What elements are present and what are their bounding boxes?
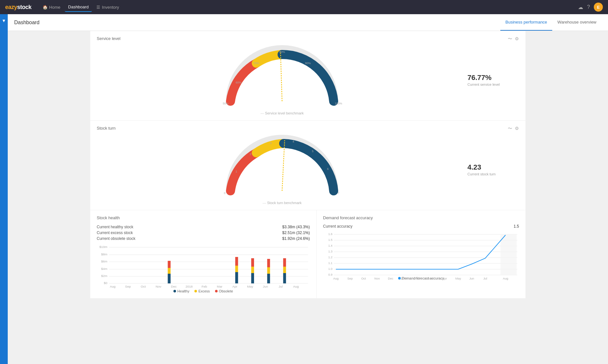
demand-forecast-section: Demand forecast accuracy Current accurac…	[317, 210, 525, 298]
svg-text:May: May	[455, 277, 461, 280]
svg-text:1.6: 1.6	[328, 232, 332, 236]
svg-text:$2m: $2m	[101, 274, 107, 277]
demand-forecast-title: Demand forecast accuracy	[323, 215, 519, 220]
stock-turn-gauge-svg: 0 1 2 3 4 5 6 7	[214, 134, 350, 199]
svg-text:60%: 60%	[236, 81, 241, 84]
stock-turn-label: Current stock turn	[467, 172, 513, 176]
bar-chart-svg: $10m $8m $6m $4m $2m $0	[97, 245, 310, 290]
svg-text:2018: 2018	[185, 285, 192, 288]
demand-forecast-line-chart: 1.6 1.5 1.4 1.3 1.2 1.1 1.0 0.9	[323, 232, 519, 274]
settings-icon[interactable]: ⚙	[515, 36, 519, 42]
service-level-value-box: 76.77% Current service level	[461, 74, 513, 86]
service-level-value: 76.77%	[467, 74, 513, 82]
nav-home[interactable]: 🏠 Home	[39, 3, 64, 12]
stock-stat-healthy: Current healthy stock $3.38m (43.3%)	[97, 224, 310, 230]
page-title: Dashboard	[8, 20, 59, 25]
svg-text:Dec: Dec	[171, 285, 177, 288]
svg-text:$10m: $10m	[99, 245, 107, 248]
svg-text:Nov: Nov	[374, 277, 380, 280]
stock-turn-gauge-wrapper: 0 1 2 3 4 5 6 7 Stock turn benchmark	[103, 134, 461, 205]
svg-rect-32	[235, 266, 238, 272]
svg-text:4: 4	[292, 140, 294, 143]
svg-text:May: May	[247, 285, 253, 288]
svg-text:1.2: 1.2	[328, 256, 332, 259]
nav-links: 🏠 Home Dashboard ☰ Inventory	[39, 3, 571, 12]
svg-text:$8m: $8m	[101, 252, 107, 256]
stock-turn-gauge-container: 0 1 2 3 4 5 6 7 Stock turn benchmark 4.2…	[97, 134, 519, 205]
svg-rect-30	[168, 261, 171, 268]
app-logo: eazystock	[5, 4, 32, 11]
filter-icon[interactable]: ▼	[2, 18, 6, 23]
svg-text:Apr: Apr	[442, 277, 447, 280]
trend-icon-2[interactable]: 〜	[508, 126, 512, 132]
svg-rect-33	[235, 257, 238, 266]
filter-sidebar: ▼	[0, 14, 8, 364]
trend-icon[interactable]: 〜	[508, 36, 512, 42]
line-chart-svg: 1.6 1.5 1.4 1.3 1.2 1.1 1.0 0.9	[323, 232, 519, 283]
header-bar: Dashboard Business performance Warehouse…	[8, 14, 608, 31]
svg-text:Oct: Oct	[361, 277, 366, 280]
stock-stat-excess: Current excess stock $2.51m (32.1%)	[97, 230, 310, 236]
svg-rect-34	[251, 273, 254, 283]
help-icon[interactable]: ?	[587, 4, 590, 10]
user-avatar[interactable]: E	[594, 3, 603, 12]
main-content: Service level 〜 ⚙	[8, 31, 608, 364]
bottom-row: Stock health Current healthy stock $3.38…	[90, 210, 525, 298]
tab-business-performance[interactable]: Business performance	[500, 14, 552, 31]
tab-warehouse-overview[interactable]: Warehouse overview	[552, 14, 602, 31]
svg-text:Jul: Jul	[483, 277, 487, 280]
svg-text:Aug: Aug	[110, 285, 116, 288]
svg-text:$0: $0	[104, 281, 107, 284]
cloud-icon[interactable]: ☁	[578, 4, 583, 10]
svg-text:Feb: Feb	[201, 285, 207, 288]
svg-text:1.5: 1.5	[328, 238, 332, 241]
service-level-title: Service level	[97, 36, 519, 41]
svg-text:1: 1	[235, 170, 237, 173]
service-level-benchmark: Service level benchmark	[260, 111, 304, 115]
svg-text:Mar: Mar	[217, 285, 222, 288]
svg-rect-31	[235, 272, 238, 283]
svg-text:Sep: Sep	[125, 285, 131, 288]
nav-inventory[interactable]: ☰ Inventory	[93, 3, 122, 12]
svg-text:100%: 100%	[335, 102, 342, 105]
svg-text:Jun: Jun	[263, 285, 268, 288]
svg-rect-42	[283, 258, 286, 267]
svg-text:0: 0	[224, 192, 225, 195]
service-level-gauge-container: 50% 60% 70% 80% 90% 100% Service level b…	[97, 45, 519, 115]
nav-dashboard[interactable]: Dashboard	[65, 3, 92, 12]
svg-text:80%: 80%	[279, 50, 285, 54]
svg-text:Mar: Mar	[428, 277, 434, 280]
svg-rect-36	[251, 258, 254, 267]
service-level-gauge-svg: 50% 60% 70% 80% 90% 100%	[214, 45, 350, 109]
svg-text:Feb: Feb	[415, 277, 420, 280]
svg-text:7: 7	[338, 192, 339, 195]
svg-text:$4m: $4m	[101, 267, 107, 270]
service-level-icons: 〜 ⚙	[508, 36, 519, 42]
svg-text:Oct: Oct	[141, 285, 146, 288]
svg-text:2018: 2018	[401, 277, 407, 280]
svg-rect-72	[500, 234, 516, 275]
svg-text:70%: 70%	[253, 62, 259, 65]
svg-rect-37	[267, 274, 270, 283]
topnav-right: ☁ ? E	[578, 3, 603, 12]
service-level-gauge-wrapper: 50% 60% 70% 80% 90% 100% Service level b…	[103, 45, 461, 115]
settings-icon-2[interactable]: ⚙	[515, 126, 519, 132]
svg-text:Dec: Dec	[388, 277, 393, 280]
svg-rect-29	[168, 268, 171, 274]
svg-text:Nov: Nov	[156, 285, 162, 288]
svg-rect-39	[267, 259, 270, 267]
svg-text:6: 6	[327, 167, 329, 171]
svg-text:1.1: 1.1	[328, 261, 332, 265]
svg-rect-40	[283, 273, 286, 283]
stock-turn-value-box: 4.23 Current stock turn	[461, 163, 513, 176]
svg-text:Aug: Aug	[503, 277, 508, 280]
tab-bar: Business performance Warehouse overview	[500, 14, 602, 31]
svg-text:Jun: Jun	[469, 277, 474, 280]
home-icon: 🏠	[43, 5, 48, 10]
svg-text:1.3: 1.3	[328, 250, 332, 253]
stock-turn-benchmark: Stock turn benchmark	[262, 201, 301, 205]
stock-health-stats: Current healthy stock $3.38m (43.3%) Cur…	[97, 224, 310, 241]
svg-rect-41	[283, 267, 286, 273]
stock-health-section: Stock health Current healthy stock $3.38…	[90, 210, 317, 298]
stock-stat-obsolete: Current obsolete stock $1.92m (24.6%)	[97, 236, 310, 241]
